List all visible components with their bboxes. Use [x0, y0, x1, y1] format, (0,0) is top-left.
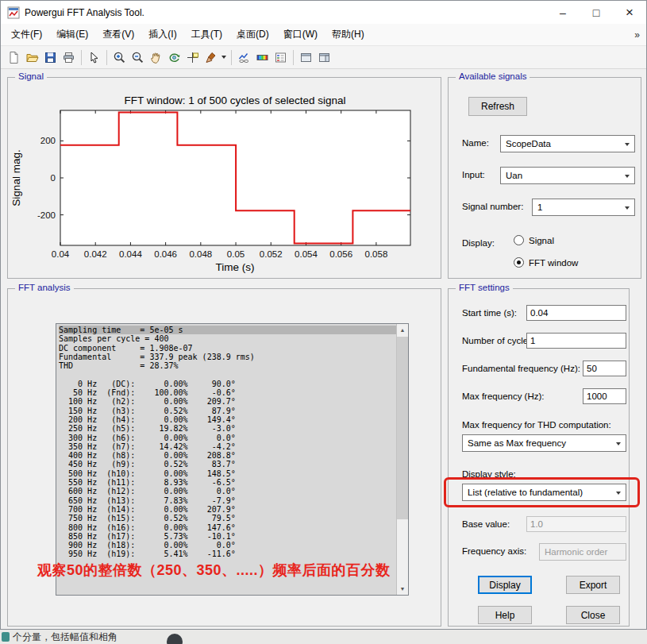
show-plot-tools-button[interactable] — [315, 48, 333, 67]
pan-button[interactable] — [147, 48, 165, 67]
signal-plot: 0.040.0420.0440.0460.0480.050.0520.0540.… — [8, 78, 441, 278]
fft-report-listbox[interactable]: Sampling time = 5e-05 sSamples per cycle… — [56, 323, 409, 596]
radio-fft-window[interactable] — [514, 257, 524, 268]
minimize-button[interactable]: – — [546, 1, 580, 24]
insert-colorbar-button[interactable] — [253, 48, 272, 67]
svg-text:0.058: 0.058 — [365, 249, 388, 259]
scroll-up-button[interactable] — [397, 324, 408, 336]
radio-fft-window-label: FFT window — [529, 258, 578, 268]
fft-settings-label: FFT settings — [456, 283, 513, 292]
toolbar-separator — [81, 50, 82, 65]
print-button[interactable] — [60, 48, 78, 67]
red-annotation-rectangle — [444, 477, 640, 507]
fundamental-frequency-input[interactable] — [583, 361, 626, 376]
signal-number-dropdown-value: 1 — [537, 202, 542, 212]
fft-analysis-label: FFT analysis — [15, 283, 74, 292]
frequency-axis-label: Frequency axis: — [462, 546, 526, 556]
rotate-3d-icon — [168, 51, 181, 64]
menu-help[interactable]: 帮助(H) — [325, 25, 372, 44]
available-signals-panel: Available signals Refresh Name: ScopeDat… — [448, 77, 641, 279]
report-scrollbar[interactable] — [396, 324, 408, 595]
scroll-down-button[interactable] — [397, 583, 408, 595]
red-annotation-text: 观察50的整倍数（250、350、.....）频率后面的百分数 — [37, 561, 391, 580]
close-action-button[interactable]: Close — [566, 606, 620, 624]
save-button[interactable] — [41, 48, 60, 67]
insert-legend-icon — [274, 51, 287, 64]
titlebar[interactable]: Powergui FFT Analysis Tool. – □ × — [1, 1, 646, 24]
signal-number-label: Signal number: — [462, 202, 523, 211]
chevron-down-icon — [221, 56, 226, 59]
maximize-button[interactable]: □ — [580, 1, 613, 24]
brush-button[interactable] — [202, 48, 220, 67]
report-selected-line[interactable]: Sampling time = 5e-05 s — [59, 326, 408, 334]
input-dropdown[interactable]: Uan — [500, 167, 635, 184]
plot-ylabel: Signal mag. — [10, 149, 22, 206]
open-file-button[interactable] — [23, 48, 41, 67]
chevron-down-icon — [625, 206, 630, 210]
cycles-label: Number of cycles: — [462, 336, 535, 345]
hide-plot-tools-button[interactable] — [297, 48, 315, 67]
rotate-3d-button[interactable] — [165, 48, 183, 67]
fft-analysis-panel: FFT analysis Sampling time = 5e-05 sSamp… — [7, 288, 441, 627]
report-lines: Samples per cycle = 400 DC component = 1… — [59, 334, 255, 558]
name-dropdown[interactable]: ScopeData — [500, 135, 635, 152]
background-icon-fragment — [2, 632, 10, 642]
name-label: Name: — [462, 138, 489, 148]
svg-text:0: 0 — [51, 173, 56, 183]
frequency-axis-dropdown: Harmonic order — [539, 543, 626, 561]
frequency-axis-value: Harmonic order — [545, 547, 607, 557]
menu-desktop[interactable]: 桌面(D) — [229, 25, 276, 44]
brush-menu-arrow[interactable] — [220, 48, 228, 67]
help-button[interactable]: Help — [478, 606, 532, 624]
insert-legend-button[interactable] — [272, 48, 290, 67]
refresh-button[interactable]: Refresh — [468, 97, 527, 116]
link-plot-button[interactable] — [235, 48, 253, 67]
menu-file[interactable]: 文件(F) — [4, 25, 49, 44]
window-controls: – □ × — [546, 1, 646, 24]
display-button[interactable]: Display — [478, 576, 532, 594]
max-frequency-input[interactable] — [583, 388, 626, 404]
menubar: 文件(F) 编辑(E) 查看(V) 插入(I) 工具(T) 桌面(D) 窗口(W… — [1, 24, 646, 46]
save-icon — [44, 51, 57, 64]
close-button[interactable]: × — [613, 1, 646, 24]
radio-signal-option[interactable]: Signal — [514, 235, 554, 245]
svg-text:0.056: 0.056 — [329, 249, 352, 259]
scroll-thumb[interactable] — [397, 337, 408, 519]
svg-text:200: 200 — [40, 136, 56, 145]
menu-insert[interactable]: 插入(I) — [141, 25, 183, 44]
available-signals-label: Available signals — [456, 71, 530, 81]
menu-edit[interactable]: 编辑(E) — [49, 25, 95, 44]
radio-fft-window-option[interactable]: FFT window — [514, 257, 578, 268]
export-button[interactable]: Export — [566, 576, 620, 594]
menu-view[interactable]: 查看(V) — [95, 25, 141, 44]
radio-signal[interactable] — [514, 235, 524, 245]
menu-window[interactable]: 窗口(W) — [276, 25, 325, 44]
zoom-in-button[interactable] — [110, 48, 129, 67]
background-avatar-fragment — [167, 634, 183, 644]
svg-text:0.052: 0.052 — [260, 249, 283, 259]
edit-plot-button[interactable] — [85, 48, 103, 67]
pan-hand-icon — [149, 51, 163, 64]
input-dropdown-value: Uan — [506, 171, 522, 180]
chevron-down-icon — [625, 175, 630, 178]
start-time-label: Start time (s): — [462, 308, 517, 318]
thd-max-frequency-label: Max frequency for THD computation: — [462, 420, 611, 430]
cursor-arrow-icon — [87, 51, 101, 64]
link-plot-icon — [237, 51, 251, 64]
start-time-input[interactable] — [526, 305, 626, 321]
menu-tools[interactable]: 工具(T) — [184, 25, 229, 44]
signal-number-dropdown[interactable]: 1 — [532, 199, 635, 216]
menu-overflow-icon[interactable]: » — [634, 29, 640, 40]
thd-max-frequency-dropdown[interactable]: Same as Max frequency — [462, 434, 626, 452]
insert-colorbar-icon — [256, 51, 269, 64]
screen: { "window": { "title": "Powergui FFT Ana… — [0, 0, 647, 644]
data-cursor-button[interactable] — [183, 48, 202, 67]
base-value-input — [526, 516, 626, 532]
svg-text:0.054: 0.054 — [295, 249, 318, 259]
zoom-out-button[interactable] — [129, 48, 147, 67]
thd-max-frequency-value: Same as Max frequency — [468, 438, 566, 448]
new-figure-button[interactable] — [5, 48, 23, 67]
cycles-input[interactable] — [526, 333, 626, 349]
svg-text:0.046: 0.046 — [154, 249, 177, 259]
chevron-down-icon — [616, 442, 621, 445]
